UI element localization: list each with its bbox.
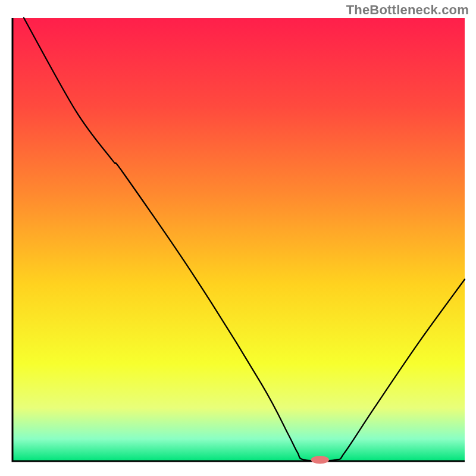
bottleneck-chart xyxy=(0,0,476,476)
optimum-marker xyxy=(311,456,329,464)
plot-background xyxy=(12,18,465,461)
chart-stage: TheBottleneck.com xyxy=(0,0,476,476)
